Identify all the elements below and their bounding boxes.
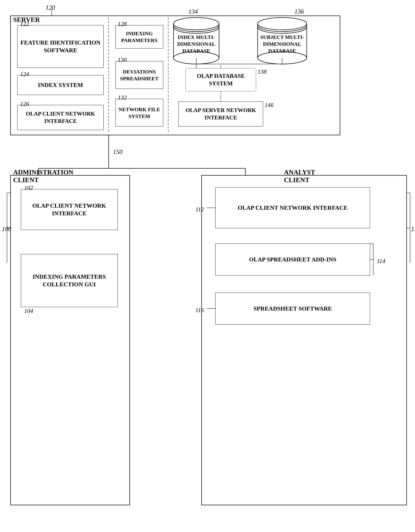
- number-138: 138: [258, 68, 267, 75]
- number-104: 104: [24, 308, 33, 314]
- number-124: 124: [20, 71, 29, 77]
- network-150-label: 150: [113, 148, 122, 155]
- deviations-box: DEVIATIONS SPREADSHEET: [116, 61, 163, 89]
- number-128: 128: [118, 21, 127, 27]
- olap-client-server-box: OLAP CLIENT NETWORK INTERFACE: [18, 105, 103, 130]
- spreadsheet-sw-box: SPREADSHEET SOFTWARE: [216, 293, 370, 324]
- indexing-params-gui-box: INDEXING PARAMETERS COLLECTION GUI: [21, 254, 117, 307]
- number-126: 126: [20, 101, 29, 107]
- number-120: 120: [46, 4, 55, 11]
- olap-client-analyst-box: OLAP CLIENT NETWORK INTERFACE: [216, 188, 370, 228]
- number-102: 102: [24, 184, 33, 191]
- svg-point-18: [258, 19, 307, 32]
- admin-client-label: ADMINISTRATIONCLIENT: [13, 168, 73, 184]
- number-130: 130: [118, 57, 127, 63]
- svg-point-19: [258, 18, 307, 30]
- number-134: 134: [188, 8, 198, 15]
- number-112: 112: [195, 206, 204, 213]
- olap-spreadsheet-box: OLAP SPREADSHEET ADD-INS: [216, 244, 370, 275]
- subject-multi-db: SUBJECT MULTI-DIMENSIONAL DATABASE: [258, 31, 307, 57]
- index-system-box: INDEX SYSTEM: [18, 76, 103, 95]
- analyst-client-label: ANALYSTCLIENT: [284, 168, 315, 184]
- olap-db-system-box: OLAP DATABASE SYSTEM: [186, 68, 256, 91]
- olap-client-admin-box: OLAP CLIENT NETWORK INTERFACE: [21, 189, 117, 230]
- svg-point-12: [174, 19, 219, 32]
- number-100: 100: [2, 225, 11, 233]
- network-file-box: NETWORK FILE SYSTEM: [116, 99, 163, 126]
- number-122: 122: [20, 21, 29, 27]
- number-114: 114: [377, 258, 385, 265]
- number-110: 110: [411, 225, 415, 233]
- indexing-params-box: INDEXING PARAMETERS: [116, 25, 163, 48]
- number-116: 116: [195, 307, 204, 314]
- olap-server-net-box: OLAP SERVER NETWORK INTERFACE: [179, 102, 263, 126]
- number-136: 136: [295, 8, 304, 15]
- index-multi-db: INDEX MULTI-DIMENSIONAL DATABASE: [174, 31, 219, 57]
- svg-point-13: [174, 18, 219, 30]
- feature-id-box: FEATURE IDENTIFICATION SOFTWARE: [18, 25, 103, 67]
- number-132: 132: [118, 94, 127, 101]
- number-146: 146: [265, 102, 274, 108]
